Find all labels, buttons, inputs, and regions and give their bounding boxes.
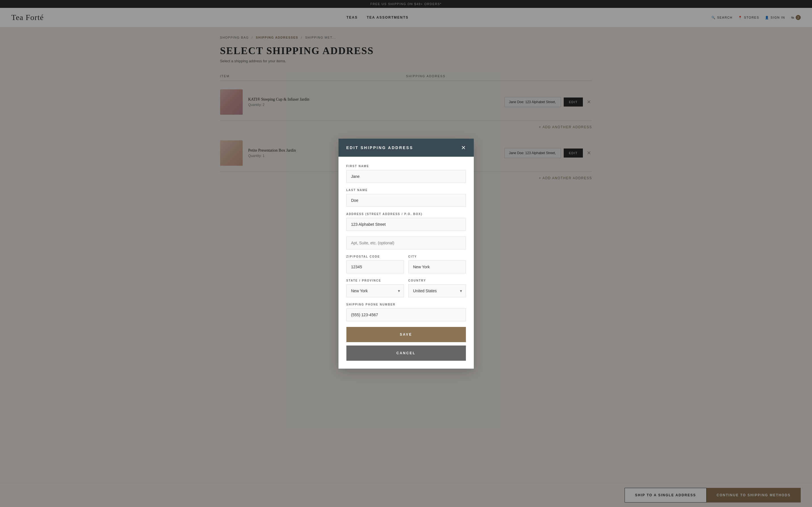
state-select-wrapper: AlabamaAlaskaArizonaArkansasCaliforniaCo… [346, 284, 404, 297]
country-label: COUNTRY [408, 279, 466, 282]
last-name-input[interactable] [346, 194, 466, 207]
country-select[interactable]: United StatesCanadaUnited KingdomAustral… [408, 284, 466, 297]
state-select[interactable]: AlabamaAlaskaArizonaArkansasCaliforniaCo… [346, 284, 404, 297]
edit-shipping-address-modal: EDIT SHIPPING ADDRESS ✕ FIRST NAME LAST … [339, 139, 474, 369]
city-group: CITY [408, 255, 466, 273]
phone-group: SHIPPING PHONE NUMBER [346, 303, 466, 321]
first-name-label: FIRST NAME [346, 165, 466, 168]
modal-overlay[interactable]: EDIT SHIPPING ADDRESS ✕ FIRST NAME LAST … [0, 0, 812, 507]
modal-body: FIRST NAME LAST NAME ADDRESS (STREET ADD… [339, 157, 474, 369]
phone-input[interactable] [346, 308, 466, 321]
last-name-label: LAST NAME [346, 188, 466, 192]
address-label: ADDRESS (STREET ADDRESS / P.O. BOX) [346, 213, 466, 216]
state-group: STATE / PROVINCE AlabamaAlaskaArizonaArk… [346, 279, 404, 297]
address-group: ADDRESS (STREET ADDRESS / P.O. BOX) [346, 213, 466, 231]
country-group: COUNTRY United StatesCanadaUnited Kingdo… [408, 279, 466, 297]
phone-label: SHIPPING PHONE NUMBER [346, 303, 466, 306]
first-name-input[interactable] [346, 170, 466, 183]
state-country-row: STATE / PROVINCE AlabamaAlaskaArizonaArk… [346, 279, 466, 297]
cancel-button[interactable]: CANCEL [346, 345, 466, 361]
city-input[interactable] [408, 261, 466, 273]
city-label: CITY [408, 255, 466, 258]
zip-city-row: ZIP/POSTAL CODE CITY [346, 255, 466, 273]
country-select-wrapper: United StatesCanadaUnited KingdomAustral… [408, 284, 466, 297]
last-name-group: LAST NAME [346, 188, 466, 207]
apt-input[interactable] [346, 236, 466, 249]
apt-group [346, 236, 466, 249]
zip-group: ZIP/POSTAL CODE [346, 255, 404, 273]
modal-header: EDIT SHIPPING ADDRESS ✕ [339, 139, 474, 157]
address-input[interactable] [346, 218, 466, 231]
state-label: STATE / PROVINCE [346, 279, 404, 282]
modal-close-button[interactable]: ✕ [461, 145, 466, 151]
modal-title: EDIT SHIPPING ADDRESS [346, 146, 413, 150]
zip-input[interactable] [346, 261, 404, 273]
first-name-group: FIRST NAME [346, 165, 466, 183]
save-button[interactable]: SAVE [346, 327, 466, 342]
zip-label: ZIP/POSTAL CODE [346, 255, 404, 258]
